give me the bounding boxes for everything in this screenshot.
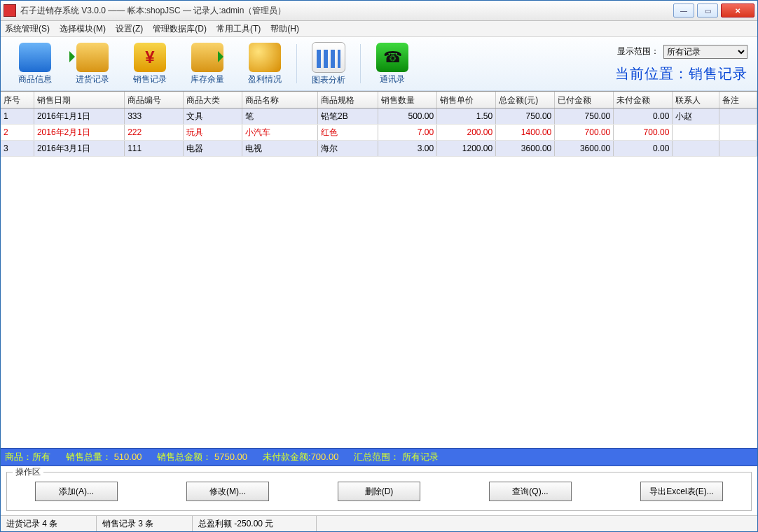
col-总金额(元)[interactable]: 总金额(元) <box>496 92 555 108</box>
summary-bar: 商品：所有 销售总量： 510.00 销售总金额： 5750.00 未付款金额:… <box>1 448 757 466</box>
toolbar-label: 图表分析 <box>312 74 345 86</box>
summary-amount: 销售总金额： 5750.00 <box>157 451 247 463</box>
data-grid: 序号销售日期商品编号商品大类商品名称商品规格销售数量销售单价总金额(元)已付金额… <box>1 91 757 448</box>
col-销售数量[interactable]: 销售数量 <box>378 92 437 108</box>
toolbar-label: 销售记录 <box>133 74 167 85</box>
ops-legend: 操作区 <box>13 466 43 478</box>
toolbar-商品信息[interactable]: 商品信息 <box>6 41 64 87</box>
col-商品规格[interactable]: 商品规格 <box>317 92 378 108</box>
table-row[interactable]: 12016年1月1日333文具笔铅笔2B500.001.50750.00750.… <box>1 108 757 125</box>
col-备注[interactable]: 备注 <box>719 92 757 108</box>
button-删除D[interactable]: 删除(D) <box>338 482 420 501</box>
minimize-button[interactable]: — <box>673 4 694 18</box>
close-button[interactable]: ✕ <box>721 4 754 18</box>
库存余量-icon <box>191 43 223 72</box>
menu-item[interactable]: 管理数据库(D) <box>153 23 207 35</box>
toolbar-进货记录[interactable]: 进货记录 <box>64 41 121 87</box>
button-导出Excel表E[interactable]: 导出Excel表(E)... <box>640 482 723 501</box>
menu-bar: 系统管理(S)选择模块(M)设置(Z)管理数据库(D)常用工具(T)帮助(H) <box>1 21 757 37</box>
toolbar: 商品信息进货记录销售记录库存余量盈利情况图表分析通讯录 显示范围： 所有记录 当… <box>1 37 757 91</box>
盈利情况-icon <box>249 43 281 72</box>
summary-unpaid: 未付款金额:700.00 <box>263 451 338 463</box>
toolbar-通讯录[interactable]: 通讯录 <box>364 41 421 87</box>
toolbar-库存余量[interactable]: 库存余量 <box>179 41 236 87</box>
toolbar-盈利情况[interactable]: 盈利情况 <box>236 41 294 87</box>
current-location: 当前位置：销售记录 <box>615 64 747 83</box>
status-cell: 总盈利额 -250.00 元 <box>193 516 317 531</box>
销售记录-icon <box>134 43 166 72</box>
status-cell: 销售记录 3 条 <box>97 516 193 531</box>
col-未付金额[interactable]: 未付金额 <box>614 92 673 108</box>
scope-select[interactable]: 所有记录 <box>663 45 747 59</box>
window-title: 石子进销存系统 V3.0.0 —— 帐本:shopJSC — 记录人:admin… <box>20 5 673 17</box>
toolbar-label: 盈利情况 <box>248 74 282 85</box>
toolbar-销售记录[interactable]: 销售记录 <box>121 41 179 87</box>
col-序号[interactable]: 序号 <box>1 92 34 108</box>
title-bar: 石子进销存系统 V3.0.0 —— 帐本:shopJSC — 记录人:admin… <box>1 1 757 21</box>
商品信息-icon <box>19 43 51 72</box>
table-header-row: 序号销售日期商品编号商品大类商品名称商品规格销售数量销售单价总金额(元)已付金额… <box>1 92 757 108</box>
toolbar-label: 库存余量 <box>191 74 224 85</box>
status-bar: 进货记录 4 条销售记录 3 条总盈利额 -250.00 元 <box>1 515 757 531</box>
col-商品名称[interactable]: 商品名称 <box>242 92 318 108</box>
toolbar-label: 通讯录 <box>380 74 405 85</box>
scope-row: 显示范围： 所有记录 <box>617 45 747 59</box>
col-销售日期[interactable]: 销售日期 <box>34 92 124 108</box>
button-添加A[interactable]: 添加(A)... <box>35 482 118 501</box>
app-window: 石子进销存系统 V3.0.0 —— 帐本:shopJSC — 记录人:admin… <box>0 0 758 532</box>
col-销售单价[interactable]: 销售单价 <box>437 92 496 108</box>
toolbar-图表分析[interactable]: 图表分析 <box>300 41 357 87</box>
button-修改M[interactable]: 修改(M)... <box>186 482 269 501</box>
maximize-button[interactable]: ▭ <box>697 4 718 18</box>
table-row[interactable]: 22016年2月1日222玩具小汽车红色7.00200.001400.00700… <box>1 125 757 141</box>
col-联系人[interactable]: 联系人 <box>673 92 719 108</box>
进货记录-icon <box>76 43 109 72</box>
toolbar-label: 商品信息 <box>18 74 52 85</box>
col-已付金额[interactable]: 已付金额 <box>555 92 614 108</box>
scope-label: 显示范围： <box>617 46 659 57</box>
summary-product: 商品：所有 <box>5 451 50 463</box>
window-buttons: — ▭ ✕ <box>673 4 754 18</box>
app-icon <box>4 4 16 17</box>
button-查询Q[interactable]: 查询(Q)... <box>489 482 572 501</box>
status-cell: 进货记录 4 条 <box>1 516 97 531</box>
toolbar-label: 进货记录 <box>76 74 109 85</box>
menu-item[interactable]: 选择模块(M) <box>60 23 106 35</box>
通讯录-icon <box>376 43 408 72</box>
col-商品编号[interactable]: 商品编号 <box>125 92 184 108</box>
summary-range: 汇总范围： 所有记录 <box>354 451 439 463</box>
menu-item[interactable]: 设置(Z) <box>116 23 143 35</box>
menu-item[interactable]: 常用工具(T) <box>216 23 261 35</box>
col-商品大类[interactable]: 商品大类 <box>184 92 242 108</box>
ops-area: 操作区 添加(A)...修改(M)...删除(D)查询(Q)...导出Excel… <box>1 466 757 515</box>
table-row[interactable]: 32016年3月1日111电器电视海尔3.001200.003600.00360… <box>1 141 757 157</box>
menu-item[interactable]: 帮助(H) <box>270 23 299 35</box>
summary-qty: 销售总量： 510.00 <box>66 451 142 463</box>
图表分析-icon <box>312 42 345 73</box>
menu-item[interactable]: 系统管理(S) <box>5 23 50 35</box>
